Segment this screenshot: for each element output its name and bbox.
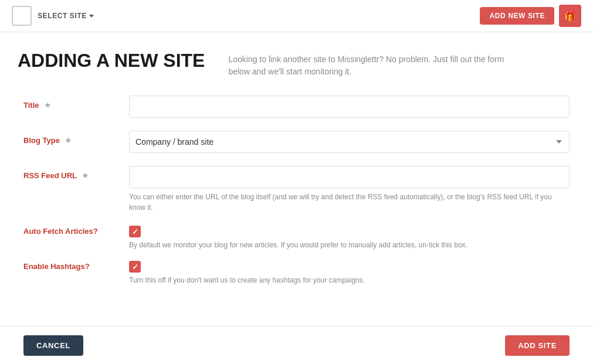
blog-type-label-col: Blog Type ★ [23,131,129,145]
enable-hashtags-control-col: Turn this off if you don't want us to cr… [129,261,570,285]
cancel-button[interactable]: CANCEL [23,335,83,356]
main-content: ADDING A NEW SITE Looking to link anothe… [0,32,593,308]
site-logo-icon [12,6,32,26]
enable-hashtags-hint: Turn this off if you don't want us to cr… [129,275,570,285]
blog-type-required-star: ★ [65,135,72,145]
title-required-star: ★ [44,100,52,110]
page-title: ADDING A NEW SITE [18,50,205,72]
auto-fetch-label: Auto Fetch Articles? [23,227,98,236]
blog-type-label: Blog Type [23,136,60,145]
auto-fetch-checkbox[interactable] [129,226,141,237]
blog-type-control-col: Company / brand site Personal blog News … [129,131,570,153]
rss-url-label-col: RSS Feed URL ★ [23,166,129,180]
enable-hashtags-checkbox[interactable] [129,261,141,273]
auto-fetch-row: Auto Fetch Articles? By default we monit… [23,226,570,250]
title-row: Title ★ [23,96,570,118]
rss-url-control-col: You can either enter the URL of the blog… [129,166,570,213]
auto-fetch-control-col: By default we monitor your blog for new … [129,226,570,250]
add-site-button[interactable]: ADD SITE [505,335,570,356]
navbar: SELECT SITE ADD NEW SITE 🎁 [0,0,593,32]
auto-fetch-hint: By default we monitor your blog for new … [129,240,570,250]
rss-url-label: RSS Feed URL [23,171,77,180]
add-new-site-button[interactable]: ADD NEW SITE [480,7,554,25]
rss-url-required-star: ★ [82,171,89,180]
blog-type-row: Blog Type ★ Company / brand site Persona… [23,131,570,153]
select-site-label: SELECT SITE [38,12,87,20]
enable-hashtags-row: Enable Hashtags? Turn this off if you do… [23,261,570,285]
navbar-right: ADD NEW SITE 🎁 [480,5,581,27]
chevron-down-icon [89,15,94,18]
gift-button[interactable]: 🎁 [559,5,581,27]
page-description: Looking to link another site to Missingl… [228,53,521,78]
enable-hashtags-label: Enable Hashtags? [23,262,90,271]
title-label: Title [23,101,39,110]
select-site-button[interactable]: SELECT SITE [38,12,94,20]
rss-url-row: RSS Feed URL ★ You can either enter the … [23,166,570,213]
title-label-col: Title ★ [23,96,129,110]
add-site-form: Title ★ Blog Type ★ Company / brand site… [18,96,575,285]
rss-hint: You can either enter the URL of the blog… [129,192,570,213]
rss-url-input[interactable] [129,166,570,188]
blog-type-select[interactable]: Company / brand site Personal blog News … [129,131,570,153]
form-footer: CANCEL ADD SITE [0,326,593,364]
auto-fetch-label-col: Auto Fetch Articles? [23,226,129,236]
title-control-col [129,96,570,118]
page-header: ADDING A NEW SITE Looking to link anothe… [18,50,575,78]
gift-icon: 🎁 [564,11,576,22]
navbar-left: SELECT SITE [12,6,94,26]
title-input[interactable] [129,96,570,118]
enable-hashtags-label-col: Enable Hashtags? [23,261,129,271]
